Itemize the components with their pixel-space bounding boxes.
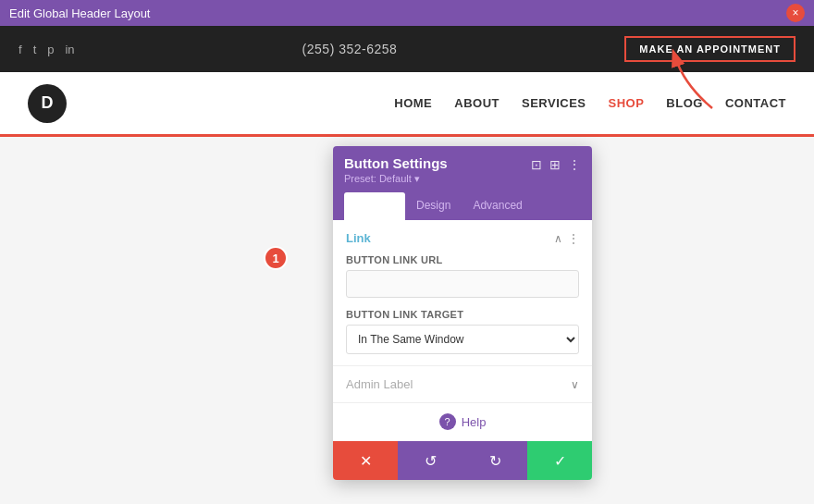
save-button[interactable]: ✓ bbox=[527, 441, 592, 480]
button-settings-panel: Button Settings Preset: Default ▾ ⊡ ⊞ ⋮ … bbox=[333, 146, 592, 480]
admin-collapse-icon[interactable]: ∨ bbox=[571, 378, 579, 391]
split-icon[interactable]: ⊞ bbox=[549, 157, 561, 172]
nav-links: HOME ABOUT SERVICES SHOP BLOG CONTACT bbox=[394, 96, 786, 110]
panel-footer: ✕ ↺ ↻ ✓ bbox=[333, 441, 592, 480]
url-input[interactable] bbox=[346, 270, 579, 298]
social-links: f t p in bbox=[18, 43, 75, 56]
tab-design[interactable]: Design bbox=[405, 192, 462, 220]
tab-content[interactable]: Content bbox=[344, 192, 405, 220]
panel-header: Button Settings Preset: Default ▾ ⊡ ⊞ ⋮ bbox=[333, 146, 592, 192]
link-section: Link ∧ ⋮ Button Link URL Button Link Tar… bbox=[333, 220, 592, 365]
help-icon: ? bbox=[439, 413, 456, 430]
section-more-icon[interactable]: ⋮ bbox=[568, 232, 579, 245]
nav-link-shop[interactable]: SHOP bbox=[609, 96, 645, 110]
link-section-title: Link bbox=[346, 231, 371, 245]
page-content: 1 Button Settings Preset: Default ▾ ⊡ ⊞ … bbox=[0, 137, 814, 504]
target-label: Button Link Target bbox=[346, 309, 579, 320]
tab-advanced[interactable]: Advanced bbox=[462, 192, 533, 220]
panel-tabs: Content Design Advanced bbox=[333, 192, 592, 220]
title-bar: Edit Global Header Layout × bbox=[0, 0, 814, 26]
more-icon[interactable]: ⋮ bbox=[568, 157, 581, 172]
step-badge: 1 bbox=[264, 246, 288, 270]
nav-link-about[interactable]: ABOUT bbox=[454, 96, 500, 110]
nav-bar: D HOME ABOUT SERVICES SHOP BLOG CONTACT bbox=[0, 72, 814, 137]
logo: D bbox=[28, 84, 67, 123]
nav-link-home[interactable]: HOME bbox=[394, 96, 432, 110]
appointment-button[interactable]: Make An Appointment bbox=[624, 36, 796, 62]
url-label: Button Link URL bbox=[346, 254, 579, 265]
nav-link-services[interactable]: SERVICES bbox=[522, 96, 586, 110]
redo-button[interactable]: ↻ bbox=[462, 441, 527, 480]
fullscreen-icon[interactable]: ⊡ bbox=[531, 157, 542, 172]
admin-label-title: Admin Label bbox=[346, 377, 413, 391]
help-label: Help bbox=[462, 415, 487, 429]
twitter-icon[interactable]: t bbox=[33, 43, 37, 56]
nav-link-blog[interactable]: BLOG bbox=[666, 96, 703, 110]
admin-label-header: Admin Label ∨ bbox=[346, 377, 579, 391]
panel-title: Button Settings bbox=[344, 155, 448, 171]
link-section-header: Link ∧ ⋮ bbox=[346, 231, 579, 245]
help-row: ? Help bbox=[333, 402, 592, 441]
cancel-button[interactable]: ✕ bbox=[333, 441, 398, 480]
top-bar: f t p in (255) 352-6258 Make An Appointm… bbox=[0, 26, 814, 72]
panel-preset[interactable]: Preset: Default ▾ bbox=[344, 173, 448, 185]
phone-number: (255) 352-6258 bbox=[302, 42, 398, 56]
admin-label-section: Admin Label ∨ bbox=[333, 365, 592, 402]
section-actions: ∧ ⋮ bbox=[554, 232, 579, 245]
facebook-icon[interactable]: f bbox=[18, 43, 22, 56]
panel-body: Link ∧ ⋮ Button Link URL Button Link Tar… bbox=[333, 220, 592, 441]
title-bar-label: Edit Global Header Layout bbox=[9, 6, 150, 20]
nav-link-contact[interactable]: CONTACT bbox=[725, 96, 786, 110]
target-select[interactable]: In The Same Window In A New Window bbox=[346, 325, 579, 354]
collapse-icon[interactable]: ∧ bbox=[554, 232, 562, 245]
close-button[interactable]: × bbox=[786, 4, 805, 22]
help-button[interactable]: ? Help bbox=[439, 413, 487, 430]
pinterest-icon[interactable]: p bbox=[47, 43, 54, 56]
reset-button[interactable]: ↺ bbox=[398, 441, 462, 480]
linkedin-icon[interactable]: in bbox=[65, 43, 74, 56]
panel-header-icons: ⊡ ⊞ ⋮ bbox=[531, 157, 581, 172]
